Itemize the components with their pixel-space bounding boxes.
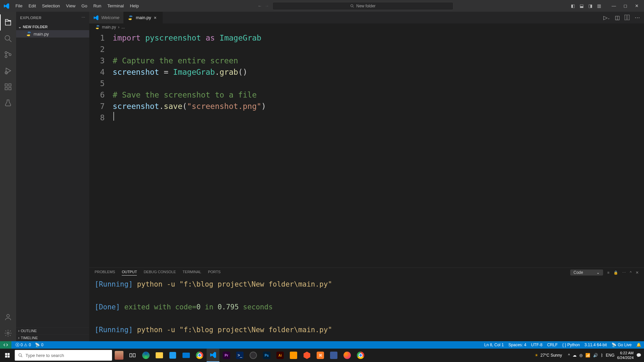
menu-bar: File Edit Selection View Go Run Terminal… xyxy=(13,2,142,10)
tray-chevron-icon[interactable]: ^ xyxy=(568,353,570,358)
taskbar-firefox-icon[interactable] xyxy=(341,349,354,362)
activity-testing-icon[interactable] xyxy=(0,95,16,111)
tray-meet-icon[interactable]: ◎ xyxy=(579,353,583,358)
activity-source-control-icon[interactable] xyxy=(0,47,16,63)
panel-tab-terminal[interactable]: TERMINAL xyxy=(182,270,201,275)
remote-indicator-icon[interactable] xyxy=(0,341,11,349)
menu-run[interactable]: Run xyxy=(91,2,104,10)
activity-search-icon[interactable] xyxy=(0,31,16,47)
taskbar-taskview-icon[interactable] xyxy=(126,349,139,362)
taskbar-edge-icon[interactable] xyxy=(140,349,152,362)
taskbar-photoshop-icon[interactable]: Ps xyxy=(260,349,273,362)
start-button[interactable] xyxy=(1,349,14,362)
tray-volume-icon[interactable]: 🔊 xyxy=(593,353,598,358)
taskbar-powershell-icon[interactable]: >_ xyxy=(233,349,246,362)
output-channel-selector[interactable]: Code⌄ xyxy=(570,269,603,276)
menu-help[interactable]: Help xyxy=(127,2,142,10)
split-editor-icon[interactable]: ◫ xyxy=(615,14,620,21)
panel-tab-output[interactable]: OUTPUT xyxy=(122,270,137,276)
taskbar-explorer-icon[interactable] xyxy=(153,349,166,362)
panel-tab-debug[interactable]: DEBUG CONSOLE xyxy=(144,270,176,275)
taskbar-app-icon[interactable] xyxy=(327,349,340,362)
folder-header[interactable]: ⌄ NEW FOLDER xyxy=(16,23,89,30)
output-content[interactable]: [Running] python -u "f:\blog project\New… xyxy=(89,277,644,341)
taskbar-sublime-icon[interactable] xyxy=(287,349,300,362)
tab-main-py[interactable]: main.py × xyxy=(124,12,163,23)
taskbar-mail-icon[interactable] xyxy=(180,349,193,362)
tray-language[interactable]: ENG xyxy=(606,353,614,358)
taskbar-premiere-icon[interactable]: Pr xyxy=(220,349,233,362)
status-eol[interactable]: CRLF xyxy=(547,343,557,347)
status-language[interactable]: { } Python xyxy=(562,343,580,347)
timeline-section[interactable]: ›TIMELINE xyxy=(16,334,89,341)
code-content[interactable]: import pyscreenshot as ImageGrab # Captu… xyxy=(113,32,644,267)
tab-more-icon[interactable]: ⋯ xyxy=(635,14,640,21)
status-go-live[interactable]: 📡 Go Live xyxy=(611,343,632,347)
status-ports[interactable]: 📡 0 xyxy=(35,343,43,347)
status-python-version[interactable]: 3.11.4 64-bit xyxy=(585,343,607,347)
taskbar-xampp-icon[interactable]: ⌘ xyxy=(314,349,327,362)
python-file-icon xyxy=(95,25,100,29)
file-item-main-py[interactable]: main.py xyxy=(16,30,89,38)
breadcrumb[interactable]: main.py › ... xyxy=(89,23,644,31)
panel-more-icon[interactable]: ⋯ xyxy=(622,270,626,275)
menu-edit[interactable]: Edit xyxy=(26,2,39,10)
taskbar-search[interactable]: Type here to search xyxy=(15,350,112,361)
status-errors[interactable]: ⓧ 0 ⚠ 0 xyxy=(15,342,31,348)
panel-tab-problems[interactable]: PROBLEMS xyxy=(95,270,115,275)
toggle-primary-sidebar-icon[interactable]: ◧ xyxy=(570,3,576,8)
window-minimize-icon[interactable]: — xyxy=(609,3,619,8)
vscode-icon xyxy=(93,15,99,20)
toggle-panel-icon[interactable]: ⬓ xyxy=(578,3,585,8)
window-close-icon[interactable]: ✕ xyxy=(632,3,641,8)
activity-explorer-icon[interactable] xyxy=(0,14,16,31)
breadcrumb-separator: › xyxy=(118,25,119,29)
activity-settings-icon[interactable] xyxy=(0,325,16,341)
tab-close-icon[interactable]: × xyxy=(154,15,158,20)
menu-terminal[interactable]: Terminal xyxy=(105,2,126,10)
run-file-icon[interactable]: ▷⌄ xyxy=(603,14,610,21)
panel-close-icon[interactable]: ✕ xyxy=(636,270,639,275)
nav-back-icon[interactable]: ← xyxy=(258,3,262,8)
panel-tab-ports[interactable]: PORTS xyxy=(208,270,221,275)
output-filter-icon[interactable]: ≡ xyxy=(607,270,609,275)
command-center-search[interactable]: New folder xyxy=(272,2,453,10)
tab-welcome[interactable]: Welcome xyxy=(89,12,124,23)
output-lock-icon[interactable]: 🔒 xyxy=(613,270,618,275)
split-right-icon[interactable]: ⿲ xyxy=(625,15,630,21)
text-cursor xyxy=(113,112,114,121)
menu-go[interactable]: Go xyxy=(79,2,90,10)
status-notifications-icon[interactable]: 🔔 xyxy=(636,343,641,347)
tray-bluetooth-icon[interactable]: ᛒ xyxy=(601,353,603,358)
activity-accounts-icon[interactable] xyxy=(0,309,16,325)
taskbar-vscode-icon[interactable] xyxy=(207,349,219,362)
explorer-more-icon[interactable]: ⋯ xyxy=(82,15,86,20)
taskbar-clock[interactable]: 6:22 AM 6/24/2024 xyxy=(617,351,634,360)
activity-run-debug-icon[interactable] xyxy=(0,63,16,79)
customize-layout-icon[interactable]: ▥ xyxy=(596,3,602,8)
status-indentation[interactable]: Spaces: 4 xyxy=(508,343,526,347)
taskbar-obs-icon[interactable] xyxy=(247,349,260,362)
taskbar-weather[interactable]: ☀ 27°C Sunny xyxy=(535,353,562,358)
taskbar-chrome2-icon[interactable] xyxy=(354,349,367,362)
tray-onedrive-icon[interactable]: ☁ xyxy=(573,353,577,358)
nav-forward-icon[interactable]: → xyxy=(265,3,269,8)
taskbar-brave-icon[interactable] xyxy=(301,349,313,362)
status-cursor-position[interactable]: Ln 8, Col 1 xyxy=(484,343,504,347)
menu-view[interactable]: View xyxy=(63,2,78,10)
taskbar-illustrator-icon[interactable]: Ai xyxy=(274,349,286,362)
tray-network-icon[interactable]: 📶 xyxy=(585,353,590,358)
menu-selection[interactable]: Selection xyxy=(39,2,62,10)
activity-extensions-icon[interactable] xyxy=(0,79,16,95)
status-encoding[interactable]: UTF-8 xyxy=(531,343,542,347)
taskbar-doodle-icon[interactable] xyxy=(113,349,125,362)
tray-notifications-icon[interactable]: 💬 xyxy=(636,353,641,358)
taskbar-chrome-icon[interactable] xyxy=(193,349,206,362)
window-maximize-icon[interactable]: ◻ xyxy=(621,3,630,8)
menu-file[interactable]: File xyxy=(13,2,25,10)
code-editor[interactable]: 12345678 import pyscreenshot as ImageGra… xyxy=(89,31,644,267)
toggle-secondary-sidebar-icon[interactable]: ◨ xyxy=(587,3,594,8)
panel-maximize-icon[interactable]: ^ xyxy=(630,270,632,275)
outline-section[interactable]: ›OUTLINE xyxy=(16,327,89,334)
taskbar-store-icon[interactable] xyxy=(166,349,179,362)
